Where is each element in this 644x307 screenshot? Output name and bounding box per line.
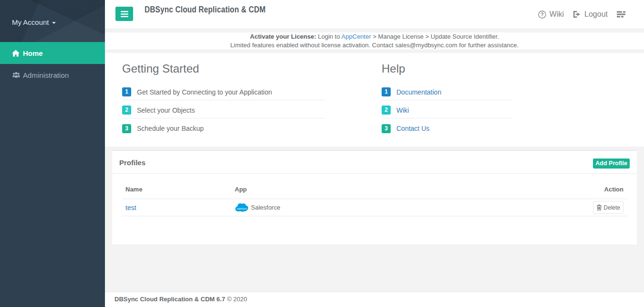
help-list: 1 Documentation 2 Wiki 3 Contact Us (382, 82, 512, 137)
svg-text:?: ? (540, 11, 543, 17)
logout-link[interactable]: Logout (573, 10, 608, 19)
help-column: Help 1 Documentation 2 Wiki 3 Contact Us (382, 63, 512, 147)
sidebar-item-label: Administration (23, 71, 69, 79)
footer: DBSync Cloud Replication & CDM 6.7© 2020 (105, 292, 644, 307)
list-item: 1 Documentation (382, 82, 512, 100)
documentation-link[interactable]: Documentation (396, 88, 441, 96)
help-badge: 1 (382, 87, 391, 96)
profiles-panel: Profiles Add Profile Name App Action tes… (112, 150, 637, 244)
sign-out-icon (573, 11, 581, 18)
my-account-label: My Account (12, 18, 49, 26)
users-icon (12, 72, 23, 78)
column-header-app: App (231, 181, 561, 199)
app-title: DBSync Cloud Replication & CDM (145, 4, 266, 15)
table-header-row: Name App Action (122, 181, 627, 199)
topbar: DBSync Cloud Replication & CDM ? Wiki Lo… (105, 0, 644, 29)
step-label: Schedule your Backup (137, 125, 204, 132)
license-banner-pre-link: Login to (316, 33, 342, 40)
license-banner-bold: Activate your License: (250, 33, 316, 40)
list-item: 2 Wiki (382, 100, 512, 118)
topbar-nav: ? Wiki Logout (538, 0, 625, 29)
sidebar-item-administration[interactable]: Administration (0, 64, 105, 86)
sidebar-item-home[interactable]: Home (0, 42, 105, 64)
profiles-panel-body: Name App Action test (112, 174, 637, 244)
tasks-button[interactable] (617, 11, 625, 18)
profiles-title: Profiles (119, 159, 145, 167)
help-badge: 2 (382, 106, 391, 115)
table-row: test (122, 199, 627, 216)
getting-started-column: Getting Started 1 Get Started by Connect… (122, 63, 324, 147)
step-label: Select your Objects (137, 106, 195, 114)
hamburger-icon (121, 11, 128, 17)
logout-label: Logout (584, 10, 608, 19)
svg-text:salesforce: salesforce (237, 207, 247, 210)
wiki-help-link[interactable]: Wiki (396, 106, 409, 114)
profile-name-link[interactable]: test (125, 204, 136, 212)
footer-app-version: DBSync Cloud Replication & CDM 6.7 (114, 296, 225, 303)
contact-us-link[interactable]: Contact Us (396, 125, 429, 132)
sidebar-nav: Home Administration (0, 42, 105, 86)
app-cell: salesforce Salesforce (235, 202, 557, 213)
sidebar: My Account Home Administration (0, 0, 105, 307)
license-banner: Activate your License: Login to AppCente… (105, 32, 644, 50)
help-badge: 3 (382, 124, 391, 133)
salesforce-logo-icon: salesforce (235, 202, 249, 213)
getting-started-section: Getting Started 1 Get Started by Connect… (105, 53, 644, 147)
caret-down-icon (52, 22, 56, 24)
tasks-icon (617, 11, 625, 18)
license-banner-line2: Limited features enabled without license… (105, 41, 644, 50)
delete-label: Delete (603, 204, 620, 211)
list-item: 2 Select your Objects (122, 100, 324, 118)
main-area: DBSync Cloud Replication & CDM ? Wiki Lo… (105, 0, 644, 307)
step-badge: 3 (122, 124, 131, 133)
footer-copyright: © 2020 (227, 296, 247, 303)
step-label: Get Started by Connecting to your Applic… (137, 88, 272, 96)
list-item: 3 Schedule your Backup (122, 118, 324, 137)
appcenter-link[interactable]: AppCenter (342, 33, 371, 40)
wiki-link[interactable]: ? Wiki (538, 10, 564, 19)
sidebar-item-label: Home (23, 49, 43, 57)
license-banner-post-link: > Manage License > Update Source Identif… (371, 33, 499, 40)
question-circle-icon: ? (538, 11, 546, 19)
my-account-menu[interactable]: My Account (12, 18, 56, 26)
sidebar-toggle-button[interactable] (115, 7, 133, 21)
license-banner-line1: Activate your License: Login to AppCente… (105, 32, 644, 41)
getting-started-title: Getting Started (122, 63, 324, 75)
profiles-table: Name App Action test (122, 181, 627, 216)
add-profile-button[interactable]: Add Profile (593, 159, 630, 169)
profiles-panel-header: Profiles Add Profile (112, 151, 637, 174)
list-item: 1 Get Started by Connecting to your Appl… (122, 82, 324, 100)
getting-started-list: 1 Get Started by Connecting to your Appl… (122, 82, 324, 137)
home-icon (12, 50, 23, 57)
step-badge: 2 (122, 106, 131, 115)
column-header-action: Action (561, 181, 627, 199)
wiki-label: Wiki (550, 10, 564, 19)
step-badge: 1 (122, 87, 131, 96)
list-item: 3 Contact Us (382, 118, 512, 137)
column-header-name: Name (122, 181, 231, 199)
help-title: Help (382, 63, 512, 75)
app-label: Salesforce (251, 204, 280, 211)
trash-icon (596, 204, 602, 211)
delete-button[interactable]: Delete (593, 201, 623, 214)
sidebar-header: My Account (0, 0, 105, 42)
